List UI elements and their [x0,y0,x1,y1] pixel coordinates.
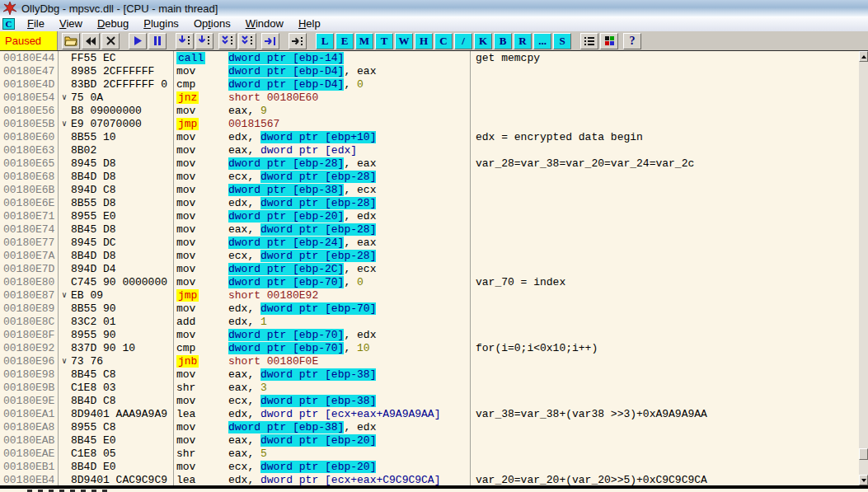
hex-bytes: 8955 90 [71,329,173,342]
disasm-row[interactable]: 00180E748B45 D8moveax, dword ptr [ebp-28… [0,223,859,237]
disasm-row[interactable]: 00180E4D83BD 2CFFFFFF 0cmpdword ptr [ebp… [0,78,859,91]
scroll-down-button[interactable] [859,475,868,485]
menu-plugins[interactable]: Plugins [136,16,186,31]
windows-list-button[interactable] [580,33,598,49]
go-to-address-button[interactable] [289,33,307,49]
jump-direction-arrow: ∨ [58,91,71,105]
disasm-row[interactable]: 00180E658945 D8movdword ptr [ebp-28], ea… [0,157,859,171]
disasm-row[interactable]: 00180E6E8B55 D8movedx, dword ptr [ebp-28… [0,197,859,210]
comment [470,91,859,105]
menu-window[interactable]: Window [238,16,291,31]
disasm-row[interactable]: 00180E988B45 C8moveax, dword ptr [ebp-38… [0,368,859,382]
menu-view[interactable]: View [52,16,90,31]
disasm-row[interactable]: 00180E80C745 90 0000000movdword ptr [ebp… [0,276,859,289]
disasm-row[interactable]: 00180E5B∨E9 07070000jmp00181567 [0,118,859,131]
letter-button-C[interactable]: C [434,33,453,49]
disasm-row[interactable]: 00180E9E8B4D C8movecx, dword ptr [ebp-38… [0,395,859,408]
disasm-row[interactable]: 00180E688B4D D8movecx, dword ptr [ebp-28… [0,171,859,184]
mnemonic: mov [173,395,228,408]
animate-into-button[interactable] [218,33,237,49]
letter-button-T[interactable]: T [375,33,393,49]
run-button[interactable] [129,33,147,49]
scrollbar-thumb[interactable] [859,448,868,460]
disasm-row[interactable]: 00180E92837D 90 10cmpdword ptr [ebp-70],… [0,342,859,355]
open-file-button[interactable] [62,33,80,49]
execute-till-return-button[interactable] [261,33,279,49]
close-button[interactable] [101,33,120,49]
letter-button-E[interactable]: E [335,33,354,49]
letter-button-...[interactable]: ... [533,33,551,49]
comment [470,197,859,210]
pause-button[interactable] [148,33,167,49]
letter-button-L[interactable]: L [316,33,334,49]
arrow-spacer [58,408,71,421]
animate-over-button[interactable] [238,33,256,49]
comment [470,105,859,118]
arrow-spacer [58,329,71,342]
disasm-row[interactable]: 00180E56B8 09000000moveax, 9 [0,105,859,118]
arrow-spacer [58,237,71,250]
disasm-row[interactable]: 00180EB18B4D E0movecx, dword ptr [ebp-20… [0,461,859,474]
disasm-row[interactable]: 00180E478985 2CFFFFFFmovdword ptr [ebp-D… [0,65,859,78]
disasm-row[interactable]: 00180E96∨73 76jnbshort 00180F0E [0,355,859,368]
mnemonic: jmp [173,289,228,302]
step-over-button[interactable] [195,33,213,49]
comment [470,368,859,382]
mdi-child-icon[interactable]: C [2,18,15,30]
operands: dword ptr [ebp-D4], 0 [228,78,470,91]
disasm-row[interactable]: 00180E7D894D D4movdword ptr [ebp-2C], ec… [0,263,859,276]
operands: dword ptr [ebp-38], edx [228,421,470,434]
letter-button-R[interactable]: R [514,33,532,49]
comment: var_28=var_38=var_20=var_24=var_2c [470,157,859,171]
disasm-row[interactable]: 00180E718955 E0movdword ptr [ebp-20], ed… [0,210,859,223]
help-button[interactable]: ? [623,33,641,49]
disasm-row[interactable]: 00180E9BC1E8 03shreax, 3 [0,382,859,395]
restart-button[interactable] [82,33,100,49]
scroll-up-button[interactable] [859,51,868,62]
disasm-row[interactable]: 00180E638B02moveax, dword ptr [edx] [0,144,859,157]
title-bar: OllyDbg - mpsvc.dll - [CPU - main thread… [0,0,868,16]
letter-button-B[interactable]: B [494,33,512,49]
hex-bytes: 8B55 D8 [71,197,173,210]
disasm-row[interactable]: 00180E54∨75 0Ajnzshort 00180E60 [0,91,859,105]
mnemonic: add [173,316,228,329]
disasm-row[interactable]: 00180E8F8955 90movdword ptr [ebp-70], ed… [0,329,859,342]
disasm-row[interactable]: 00180E8C83C2 01addedx, 1 [0,316,859,329]
hex-bytes: 8955 E0 [71,210,173,223]
operands: ecx, dword ptr [ebp-38] [228,395,470,408]
disasm-row[interactable]: 00180EA18D9401 AAA9A9A9leaedx, dword ptr… [0,408,859,421]
step-into-button[interactable] [176,33,194,49]
letter-button-S[interactable]: S [553,33,571,49]
operands: ecx, dword ptr [ebp-28] [228,171,470,184]
address: 00180E98 [0,368,58,382]
menu-file[interactable]: File [20,16,52,31]
disasm-row[interactable]: 00180E778945 DCmovdword ptr [ebp-24], ea… [0,237,859,250]
disasm-row[interactable]: 00180EAB8B45 E0moveax, dword ptr [ebp-20… [0,434,859,447]
disasm-row[interactable]: 00180E87∨EB 09jmpshort 00180E92 [0,289,859,302]
disasm-row[interactable]: 00180E7A8B4D D8movecx, dword ptr [ebp-28… [0,250,859,263]
letter-button-/[interactable]: / [454,33,472,49]
letter-button-H[interactable]: H [415,33,433,49]
letter-button-M[interactable]: M [355,33,373,49]
hex-bytes: 8B4D D8 [71,250,173,263]
disasm-row[interactable]: 00180E6B894D C8movdword ptr [ebp-38], ec… [0,184,859,197]
hex-bytes: 8B55 90 [71,302,173,316]
address: 00180E63 [0,144,58,157]
letter-button-K[interactable]: K [474,33,492,49]
disasm-row[interactable]: 00180E608B55 10movedx, dword ptr [ebp+10… [0,131,859,144]
menu-options[interactable]: Options [186,16,238,31]
comment [470,461,859,474]
menu-help[interactable]: Help [291,16,328,31]
letter-button-W[interactable]: W [395,33,413,49]
appearance-button[interactable] [600,33,618,49]
menu-debug[interactable]: Debug [90,16,136,31]
disasm-row[interactable]: 00180EA88955 C8movdword ptr [ebp-38], ed… [0,421,859,434]
mnemonic: mov [173,276,228,289]
disasm-row[interactable]: 00180E898B55 90movedx, dword ptr [ebp-70… [0,302,859,316]
vertical-scrollbar[interactable] [859,51,868,485]
comment [470,355,859,368]
pause-icon [153,36,162,45]
scroll-down-icon [861,479,866,482]
disasm-row[interactable]: 00180EAEC1E8 05shreax, 5 [0,447,859,461]
disasm-row[interactable]: 00180E44FF55 ECcalldword ptr [ebp-14]get… [0,52,859,65]
